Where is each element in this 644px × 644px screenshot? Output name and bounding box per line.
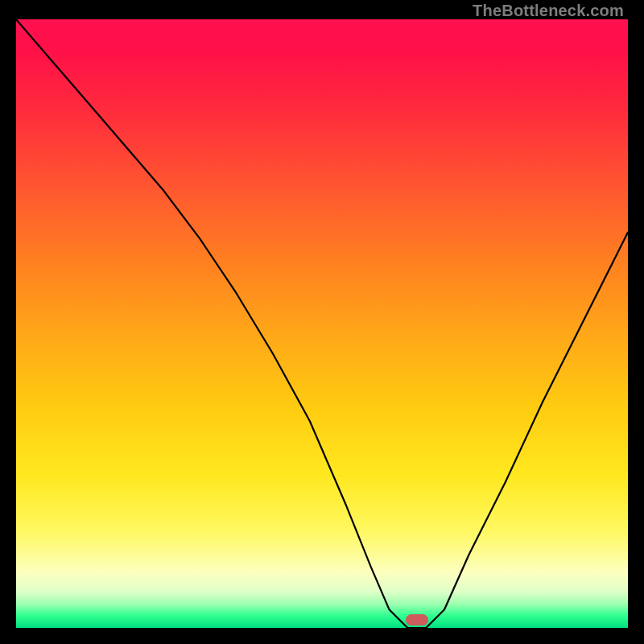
bottleneck-curve <box>16 19 628 628</box>
plot-area <box>16 19 628 628</box>
optimal-marker <box>406 614 428 625</box>
watermark: TheBottleneck.com <box>473 2 624 20</box>
chart-container: TheBottleneck.com <box>0 0 644 644</box>
